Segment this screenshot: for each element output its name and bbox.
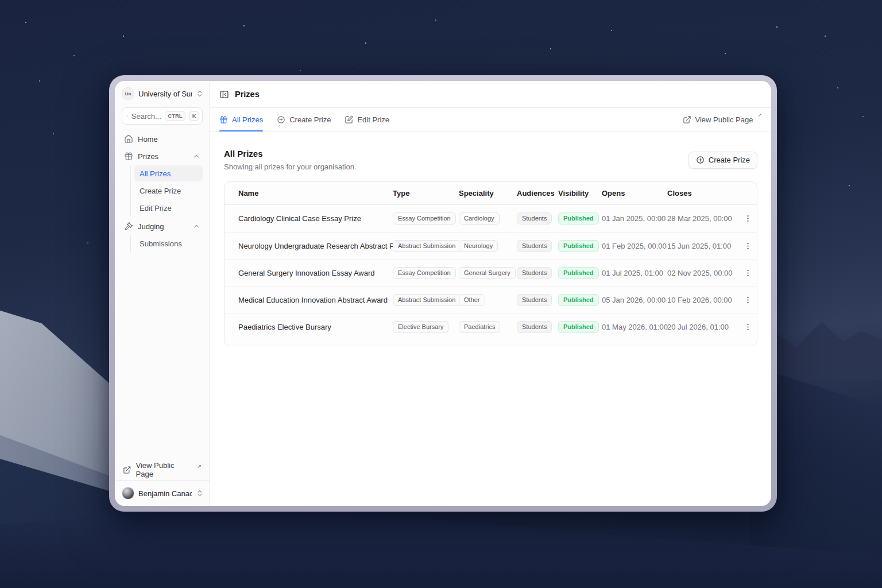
visibility-badge: Published (558, 240, 599, 252)
row-actions-button[interactable] (740, 319, 755, 334)
opens-date: 01 Feb 2025, 00:00 (602, 242, 667, 250)
type-badge: Abstract Submission (393, 294, 461, 306)
closes-date: 02 Nov 2025, 00:00 (667, 269, 738, 277)
search-icon (127, 112, 128, 120)
chevrons-up-down-icon (196, 90, 204, 98)
prize-name: Neurology Undergraduate Research Abstrac… (238, 242, 393, 250)
sidebar-item-edit-prize[interactable]: Edit Prize (134, 200, 203, 216)
kbd-k: K (189, 111, 199, 121)
main-panel: Prizes All Prizes Create Prize (210, 81, 771, 506)
visibility-badge: Published (558, 267, 599, 279)
sidebar-item-submissions[interactable]: Submissions (134, 235, 203, 252)
table-header-row: Name Type Speciality Audiences Visibilit… (225, 182, 757, 205)
tab-label: All Prizes (232, 115, 263, 124)
sidebar-item-create-prize[interactable]: Create Prize (134, 183, 203, 199)
kebab-menu-icon (744, 214, 752, 223)
page-title: Prizes (235, 90, 260, 99)
visibility-badge: Published (558, 212, 599, 225)
tab-label: Create Prize (289, 115, 331, 124)
sidebar-item-home[interactable]: Home (122, 130, 203, 148)
sidebar-item-all-prizes[interactable]: All Prizes (134, 165, 203, 181)
edit-icon (345, 115, 353, 124)
speciality-badge: General Surgery (459, 267, 516, 279)
column-header-audiences: Audiences (517, 189, 558, 198)
row-actions-button[interactable] (740, 211, 755, 226)
plus-circle-icon (696, 156, 705, 164)
page-header: Prizes (210, 81, 771, 108)
sidebar-spacer (115, 253, 210, 459)
row-actions-button[interactable] (740, 265, 755, 280)
gift-icon (219, 115, 228, 124)
row-actions-button[interactable] (740, 292, 755, 307)
chevron-up-icon[interactable] (192, 222, 200, 230)
user-menu[interactable]: Benjamin Canac (115, 481, 210, 506)
org-switcher[interactable]: Uo University of Sund... (115, 81, 210, 106)
prize-name: General Surgery Innovation Essay Award (238, 269, 393, 277)
desktop-wallpaper: Uo University of Sund... Search... CTRL … (0, 0, 882, 588)
closes-date: 28 Mar 2025, 00:00 (667, 214, 738, 223)
opens-date: 05 Jan 2026, 00:00 (602, 296, 667, 304)
wallpaper-stars (0, 0, 1, 1)
org-avatar: Uo (122, 87, 134, 100)
create-prize-button[interactable]: Create Prize (688, 152, 757, 169)
view-public-page-label: View Public Page (695, 115, 753, 124)
prize-name: Cardiology Clinical Case Essay Prize (238, 214, 393, 223)
closes-date: 10 Feb 2026, 00:00 (667, 296, 738, 304)
opens-date: 01 Jul 2025, 01:00 (602, 269, 667, 277)
table-row[interactable]: General Surgery Innovation Essay Award E… (225, 259, 757, 286)
sidebar-item-label: Prizes (138, 152, 158, 161)
table-row[interactable]: Medical Education Innovation Abstract Aw… (225, 286, 757, 313)
sidebar-item-label: Home (138, 135, 158, 144)
gavel-icon (124, 222, 133, 231)
home-icon (124, 134, 133, 144)
view-public-page-link[interactable]: View Public Page ↗ (683, 108, 762, 131)
sidebar-item-prizes[interactable]: Prizes (122, 148, 203, 165)
section-subtitle: Showing all prizes for your organisation… (224, 163, 357, 171)
sidebar: Uo University of Sund... Search... CTRL … (115, 81, 210, 506)
sidebar-nav: Home Prizes All Prizes Create Prize (115, 130, 210, 253)
tab-bar: All Prizes Create Prize Edit Prize (210, 108, 771, 131)
kbd-ctrl: CTRL (165, 111, 185, 121)
audience-badge: Students (517, 267, 552, 279)
sidebar-item-judging[interactable]: Judging (122, 218, 203, 235)
audience-badge: Students (517, 321, 552, 333)
tab-create-prize[interactable]: Create Prize (277, 108, 331, 131)
external-link-icon (683, 115, 691, 124)
kebab-menu-icon (744, 323, 752, 331)
create-prize-label: Create Prize (709, 156, 750, 164)
external-link-icon (123, 466, 131, 474)
type-badge: Elective Bursary (393, 321, 448, 333)
closes-date: 20 Jul 2026, 01:00 (667, 323, 738, 331)
type-badge: Essay Competition (393, 267, 456, 279)
column-header-closes: Closes (667, 189, 738, 198)
speciality-badge: Paediatrics (459, 321, 500, 333)
audience-badge: Students (517, 294, 552, 306)
content-area: All Prizes Showing all prizes for your o… (210, 131, 771, 346)
arrow-up-right-icon: ↗ (757, 113, 762, 118)
prize-name: Paediatrics Elective Bursary (238, 323, 393, 331)
row-actions-button[interactable] (740, 238, 755, 253)
column-header-opens: Opens (602, 189, 667, 198)
user-avatar (122, 487, 134, 500)
prizes-table: Name Type Speciality Audiences Visibilit… (224, 181, 757, 346)
kebab-menu-icon (744, 296, 752, 304)
closes-date: 15 Jun 2025, 01:00 (667, 242, 738, 250)
chevrons-up-down-icon (196, 489, 204, 497)
sidebar-view-public-page-link[interactable]: View Public Page ↗ (115, 459, 210, 480)
table-row[interactable]: Neurology Undergraduate Research Abstrac… (225, 232, 757, 259)
speciality-badge: Neurology (459, 240, 498, 252)
type-badge: Abstract Submission (393, 240, 461, 252)
table-body: Cardiology Clinical Case Essay Prize Ess… (225, 205, 757, 340)
search-input[interactable]: Search... CTRL K (122, 107, 203, 125)
audience-badge: Students (517, 212, 552, 225)
speciality-badge: Other (459, 294, 485, 306)
tab-all-prizes[interactable]: All Prizes (219, 108, 263, 131)
table-row[interactable]: Cardiology Clinical Case Essay Prize Ess… (225, 205, 757, 232)
panel-left-close-icon[interactable] (219, 90, 229, 99)
speciality-badge: Cardiology (459, 212, 500, 225)
tab-edit-prize[interactable]: Edit Prize (345, 108, 389, 131)
chevron-up-icon[interactable] (192, 152, 200, 160)
app-window: Uo University of Sund... Search... CTRL … (109, 75, 777, 512)
table-row[interactable]: Paediatrics Elective Bursary Elective Bu… (225, 313, 757, 340)
kebab-menu-icon (744, 242, 752, 250)
